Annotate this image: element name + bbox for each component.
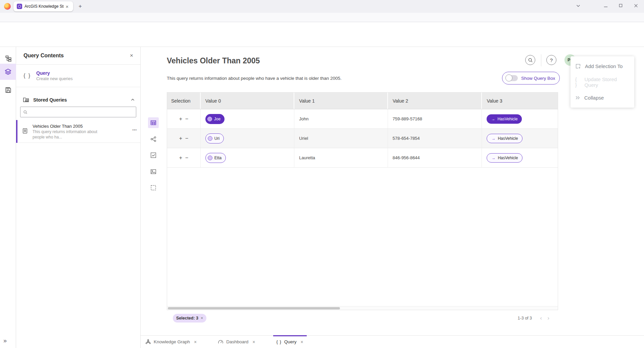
list-tabs-icon[interactable] <box>576 3 581 8</box>
help-button[interactable]: ? <box>546 55 556 65</box>
tab-close-icon[interactable]: × <box>64 3 70 10</box>
save-icon <box>5 87 11 93</box>
stored-queries-search[interactable] <box>20 107 136 117</box>
arrow-icon: → <box>491 156 495 160</box>
context-menu: Add Selection To { } Update Stored Query… <box>571 56 634 108</box>
column-header-value1[interactable]: Value 1 <box>294 93 388 109</box>
menu-item-collapse[interactable]: Collapse <box>571 90 634 106</box>
page-info: 1-3 of 3 <box>518 316 532 321</box>
menu-item-update-stored-query[interactable]: { } Update Stored Query <box>571 74 634 90</box>
stored-query-icon <box>22 128 28 134</box>
window-close-icon[interactable] <box>634 3 638 8</box>
page-title: Vehicles Older Than 2005 <box>167 56 260 65</box>
query-item-subtitle: Create new queries <box>36 76 72 81</box>
add-selection-icon[interactable]: + <box>178 116 184 122</box>
table-row[interactable]: +− Joe John 759-889-57168 →HasVehicle <box>167 109 558 129</box>
rail-layers-button[interactable] <box>0 64 16 80</box>
tab-dashboard[interactable]: Dashboard × <box>213 336 260 348</box>
entity-chip[interactable]: Joe <box>205 114 225 124</box>
screen: ArcGIS Knowledge Studio × + <box>0 0 644 348</box>
browser-tab-title: ArcGIS Knowledge Studio <box>24 4 64 9</box>
tab-query[interactable]: { } Query × <box>272 336 308 348</box>
toggle-switch[interactable] <box>506 75 518 81</box>
remove-selection-icon[interactable]: − <box>184 116 190 122</box>
panel-header: Query Contents × <box>16 47 140 65</box>
previous-page-icon[interactable]: ‹ <box>537 315 545 322</box>
table-row[interactable]: +− Uri Uriel 578-654-7854 →HasVehicle <box>167 129 558 148</box>
tab-knowledge-graph[interactable]: Knowledge Graph × <box>141 336 201 348</box>
chevron-up-icon[interactable] <box>131 98 135 102</box>
tab-close-icon[interactable]: × <box>194 339 197 345</box>
stored-queries-header[interactable]: Stored Queries <box>16 92 140 107</box>
scrollbar-thumb[interactable] <box>168 307 340 309</box>
browser-tab-bar: ArcGIS Knowledge Studio × + <box>0 0 644 13</box>
header-divider <box>541 54 541 66</box>
stored-query-title: Vehicles Older Than 2005 <box>33 123 103 129</box>
tab-close-icon[interactable]: × <box>301 339 303 345</box>
gauge-icon <box>218 339 224 345</box>
column-header-value0[interactable]: Value 0 <box>201 93 295 109</box>
tab-close-icon[interactable]: × <box>252 339 255 345</box>
table-icon <box>150 120 156 126</box>
marquee-select-icon <box>150 185 156 191</box>
braces-icon: { } <box>277 339 282 344</box>
tree-icon <box>5 55 11 62</box>
column-header-value3[interactable]: Value 3 <box>482 93 558 109</box>
cell-value1: John <box>294 109 388 128</box>
entity-dot-icon <box>208 136 212 141</box>
relationship-chip[interactable]: →HasVehicle <box>487 153 523 163</box>
braces-icon: { } <box>23 72 31 79</box>
next-page-icon[interactable]: › <box>545 315 552 322</box>
view-chart-button[interactable] <box>148 150 159 161</box>
stored-query-item[interactable]: Vehicles Older Than 2005 This query retu… <box>16 120 140 143</box>
view-image-button[interactable] <box>148 166 159 177</box>
add-selection-icon[interactable]: + <box>178 135 184 141</box>
page-description: This query returns information about peo… <box>167 76 342 81</box>
selected-count-badge[interactable]: Selected: 3 × <box>173 314 206 323</box>
view-link-chart-button[interactable] <box>148 134 159 144</box>
query-item[interactable]: { } Query Create new queries <box>16 65 140 87</box>
clear-selection-icon[interactable]: × <box>201 316 203 321</box>
panel-close-icon[interactable]: × <box>128 52 135 59</box>
menu-item-add-selection-to[interactable]: Add Selection To <box>571 58 634 74</box>
rail-save-button[interactable] <box>0 82 16 98</box>
header-search-button[interactable] <box>525 55 535 65</box>
stored-queries-title: Stored Queries <box>33 97 131 103</box>
column-header-selection[interactable]: Selection <box>167 93 201 109</box>
relationship-chip[interactable]: →HasVehicle <box>487 134 523 143</box>
chart-icon <box>150 152 156 158</box>
item-options-icon[interactable]: ••• <box>132 128 137 132</box>
expand-panel-button[interactable]: » <box>3 337 7 344</box>
browser-tab[interactable]: ArcGIS Knowledge Studio × <box>13 1 73 11</box>
view-table-button[interactable] <box>148 117 159 128</box>
entity-chip[interactable]: Uri <box>205 133 224 143</box>
cell-value2: 578-654-7854 <box>388 129 482 148</box>
layers-icon <box>5 68 11 75</box>
folder-icon <box>23 97 29 103</box>
arrow-icon: → <box>491 117 495 121</box>
table-row[interactable]: +− Etta Lauretta 846-956-8644 →HasVehicl… <box>167 148 558 168</box>
column-header-value2[interactable]: Value 2 <box>388 93 482 109</box>
horizontal-scrollbar[interactable] <box>167 306 558 310</box>
cell-value2: 846-956-8644 <box>388 148 482 167</box>
entity-dot-icon <box>208 156 212 160</box>
new-tab-button[interactable]: + <box>77 3 84 10</box>
show-query-box-toggle[interactable]: Show Query Box <box>502 72 560 84</box>
add-selection-to-icon <box>575 63 581 69</box>
query-item-title: Query <box>36 70 72 76</box>
remove-selection-icon[interactable]: − <box>184 155 190 161</box>
cell-value2: 759-889-57168 <box>388 109 482 128</box>
add-selection-icon[interactable]: + <box>178 155 184 161</box>
selection-tool-button[interactable] <box>148 182 159 193</box>
window-minimize-icon[interactable] <box>603 3 608 8</box>
window-maximize-icon[interactable] <box>618 3 623 8</box>
search-icon <box>23 110 28 114</box>
entity-chip[interactable]: Etta <box>205 153 226 163</box>
remove-selection-icon[interactable]: − <box>184 135 190 141</box>
braces-icon: { } <box>575 77 580 88</box>
relationship-chip[interactable]: →HasVehicle <box>487 114 522 124</box>
search-input[interactable] <box>30 110 133 115</box>
firefox-icon[interactable] <box>4 3 11 10</box>
stored-query-description: This query returns information about peo… <box>33 129 103 140</box>
results-table: Selection Value 0 Value 1 Value 2 Value … <box>167 92 558 310</box>
